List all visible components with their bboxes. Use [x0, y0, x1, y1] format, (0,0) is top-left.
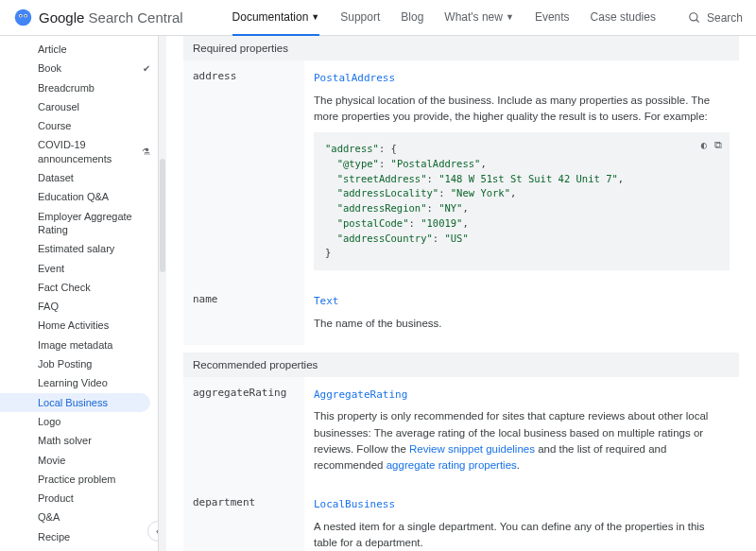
top-nav: Documentation▼ Support Blog What's new▼ … — [232, 0, 656, 36]
svg-point-5 — [690, 12, 697, 20]
property-desc: The physical location of the business. I… — [314, 93, 730, 126]
code-block: ◐⧉"address": { "@type": "PostalAddress",… — [314, 132, 730, 270]
svg-line-6 — [696, 19, 699, 22]
sidebar-item[interactable]: Q&A — [0, 508, 158, 526]
top-header: Google Search Central Documentation▼ Sup… — [0, 0, 756, 36]
property-name: address — [183, 60, 304, 284]
nav-casestudies[interactable]: Case studies — [591, 0, 656, 36]
search-button[interactable]: Search — [688, 11, 743, 25]
type-link[interactable]: Text — [314, 294, 339, 310]
logo-text: Google Search Central — [39, 9, 183, 26]
type-link[interactable]: AggregateRating — [314, 387, 407, 404]
sidebar-item[interactable]: Product — [0, 489, 158, 508]
property-desc: The name of the business. — [314, 316, 730, 332]
property-desc: A nested item for a single department. Y… — [314, 519, 730, 551]
sidebar-item[interactable]: Estimated salary — [0, 239, 158, 258]
property-row: name Text The name of the business. — [183, 284, 739, 345]
chevron-down-icon: ▼ — [506, 12, 514, 22]
sidebar-item[interactable]: Job Posting — [0, 354, 158, 373]
nav-support[interactable]: Support — [340, 0, 380, 36]
scrollbar[interactable] — [159, 36, 166, 551]
svg-point-0 — [15, 9, 32, 26]
section-required: Required properties — [183, 36, 739, 60]
sidebar-item[interactable]: COVID-19 announcements⚗ — [0, 135, 158, 168]
sidebar-item[interactable]: Math solver — [0, 431, 158, 450]
sidebar-item[interactable]: Article — [0, 40, 158, 59]
svg-point-3 — [20, 15, 22, 17]
sidebar-item[interactable]: Practice problem — [0, 470, 158, 489]
sidebar-item[interactable]: Event — [0, 259, 158, 278]
property-row: department LocalBusiness A nested item f… — [183, 487, 739, 551]
property-row: aggregateRating AggregateRating This pro… — [183, 377, 739, 488]
logo[interactable]: Google Search Central — [13, 8, 183, 27]
theme-icon[interactable]: ◐ — [701, 138, 707, 153]
nav-whatsnew[interactable]: What's new▼ — [444, 0, 514, 36]
property-row: address PostalAddress The physical locat… — [183, 60, 739, 284]
sidebar-item[interactable]: Fact Check — [0, 278, 158, 297]
main-content: Required properties address PostalAddres… — [166, 36, 756, 551]
sidebar-item[interactable]: Learning Video — [0, 373, 158, 392]
property-desc: This property is only recommended for si… — [314, 408, 730, 474]
section-recommended: Recommended properties — [183, 353, 739, 377]
copy-icon[interactable]: ⧉ — [714, 138, 722, 153]
sidebar-item[interactable]: Home Activities — [0, 316, 158, 335]
sidebar-item[interactable]: Employer Aggregate Rating — [0, 207, 158, 240]
sidebar-item[interactable]: Breadcrumb — [0, 78, 158, 97]
sidebar: ArticleBook✔BreadcrumbCarouselCourseCOVI… — [0, 36, 159, 551]
search-icon — [688, 11, 701, 25]
sidebar-item[interactable]: Course — [0, 116, 158, 135]
nav-events[interactable]: Events — [535, 0, 570, 36]
property-name: department — [183, 487, 304, 551]
property-name: name — [183, 284, 304, 345]
sidebar-item[interactable]: Image metadata — [0, 336, 158, 354]
sidebar-item[interactable]: Book✔ — [0, 59, 158, 77]
sidebar-item[interactable]: Recipe — [0, 527, 158, 546]
nav-documentation[interactable]: Documentation▼ — [232, 0, 320, 36]
nav-blog[interactable]: Blog — [401, 0, 423, 36]
sidebar-item[interactable]: Logo — [0, 412, 158, 431]
sidebar-item[interactable]: FAQ — [0, 297, 158, 316]
chevron-down-icon: ▼ — [311, 12, 319, 22]
scrollbar-thumb[interactable] — [160, 159, 165, 272]
svg-point-4 — [25, 15, 26, 17]
type-link[interactable]: LocalBusiness — [314, 497, 395, 513]
sidebar-item[interactable]: Education Q&A — [0, 187, 158, 206]
sidebar-item[interactable]: Carousel — [0, 97, 158, 116]
logo-icon — [13, 8, 33, 27]
type-link[interactable]: PostalAddress — [314, 71, 395, 87]
link[interactable]: Review snippet guidelines — [409, 443, 535, 455]
sidebar-item[interactable]: Local Business — [0, 393, 150, 412]
property-name: aggregateRating — [183, 377, 304, 488]
sidebar-item[interactable]: Movie — [0, 451, 158, 470]
sidebar-item[interactable]: Review snippet — [0, 546, 158, 551]
link[interactable]: aggregate rating properties — [387, 459, 517, 471]
sidebar-item[interactable]: Dataset — [0, 168, 158, 187]
